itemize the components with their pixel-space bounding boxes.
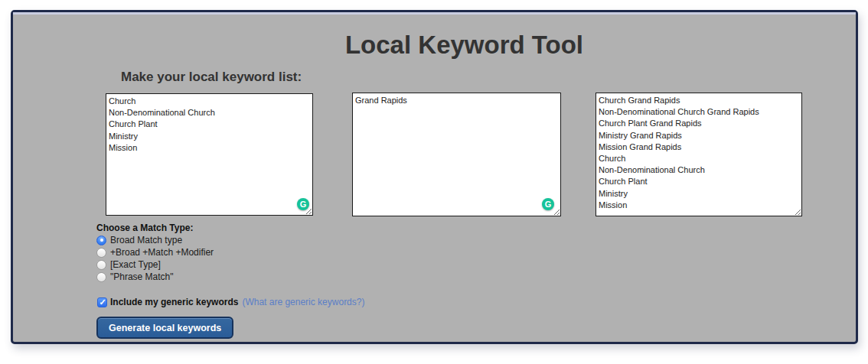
radio-label[interactable]: [Exact Type]	[110, 259, 161, 270]
radio-icon[interactable]	[96, 260, 106, 270]
generate-local-keywords-button[interactable]: Generate local keywords	[96, 317, 233, 339]
radio-icon[interactable]	[96, 236, 106, 245]
checkbox-icon[interactable]	[97, 297, 107, 307]
include-generic-keywords-row[interactable]: Include my generic keywords (What are ge…	[97, 296, 364, 308]
match-type-heading: Choose a Match Type:	[96, 223, 193, 233]
page-title: Local Keyword Tool	[13, 31, 856, 60]
radio-label[interactable]: Broad Match type	[110, 235, 182, 245]
match-type-radio-group: Broad Match type +Broad +Match +Modifier…	[96, 234, 214, 283]
radio-label[interactable]: "Phrase Match"	[110, 271, 174, 282]
radio-option-exact-type[interactable]: [Exact Type]	[96, 258, 214, 271]
grammarly-icon[interactable]: G	[542, 198, 554, 210]
radio-option-phrase-match[interactable]: "Phrase Match"	[96, 271, 214, 283]
radio-icon[interactable]	[96, 272, 106, 282]
generic-keywords-textarea[interactable]: Church Non-Denominational Church Church …	[106, 93, 313, 216]
include-generic-keywords-label[interactable]: Include my generic keywords	[110, 297, 238, 307]
section-heading: Make your local keyword list:	[121, 70, 302, 85]
radio-label[interactable]: +Broad +Match +Modifier	[110, 247, 214, 258]
radio-option-broad-match[interactable]: Broad Match type	[96, 234, 214, 246]
window-top-highlight	[13, 12, 856, 15]
generic-keywords-help-link[interactable]: (What are generic keywords?)	[242, 297, 364, 307]
location-textarea[interactable]: Grand Rapids	[352, 93, 561, 216]
generated-keywords-textarea[interactable]: Church Grand Rapids Non-Denominational C…	[596, 93, 802, 216]
radio-option-broad-match-modifier[interactable]: +Broad +Match +Modifier	[96, 246, 214, 258]
app-window: Local Keyword Tool Make your local keywo…	[11, 10, 858, 344]
grammarly-icon[interactable]: G	[297, 198, 309, 210]
radio-icon[interactable]	[96, 248, 106, 258]
